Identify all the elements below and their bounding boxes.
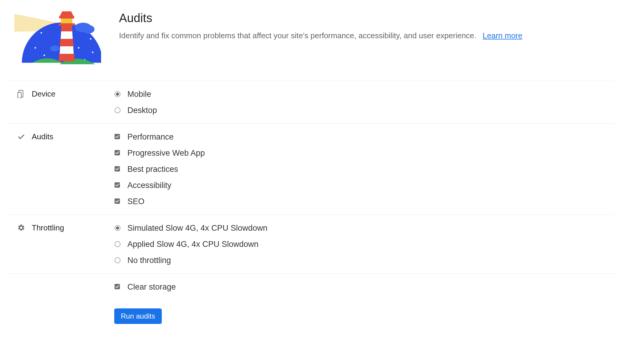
audit-option-label: Progressive Web App — [127, 149, 205, 157]
clear-storage-section: Clear storage Run audits — [8, 273, 614, 331]
svg-rect-16 — [59, 16, 74, 19]
radio-unselected-icon — [114, 257, 121, 264]
clear-storage-label: Clear storage — [127, 283, 176, 291]
svg-rect-15 — [61, 18, 72, 24]
svg-rect-33 — [115, 284, 120, 289]
svg-point-2 — [35, 47, 36, 49]
svg-point-32 — [115, 258, 120, 263]
run-audits-button[interactable]: Run audits — [114, 308, 162, 324]
throttling-option-label: Simulated Slow 4G, 4x CPU Slowdown — [127, 224, 267, 232]
svg-point-4 — [78, 47, 80, 49]
svg-point-23 — [115, 108, 120, 113]
device-option-mobile[interactable]: Mobile — [114, 88, 614, 100]
radio-unselected-icon — [114, 241, 121, 247]
svg-rect-20 — [18, 92, 21, 98]
audit-option-label: Performance — [127, 133, 174, 141]
audit-option-pwa[interactable]: Progressive Web App — [114, 147, 614, 159]
throttling-options: Simulated Slow 4G, 4x CPU Slowdown Appli… — [114, 222, 614, 266]
checkbox-checked-icon — [114, 182, 121, 189]
throttling-option-simulated[interactable]: Simulated Slow 4G, 4x CPU Slowdown — [114, 222, 614, 234]
audit-option-bestpractices[interactable]: Best practices — [114, 163, 614, 175]
radio-unselected-icon — [114, 107, 121, 114]
svg-point-30 — [116, 227, 119, 230]
audits-panel: Audits Identify and fix common problems … — [0, 0, 622, 343]
device-section-label: Device — [8, 88, 114, 116]
audit-option-accessibility[interactable]: Accessibility — [114, 179, 614, 191]
checkbox-checked-icon — [114, 134, 121, 140]
svg-rect-26 — [115, 166, 120, 172]
lighthouse-icon — [14, 6, 101, 66]
device-section: Device Mobile Desktop — [8, 81, 614, 123]
svg-rect-24 — [115, 134, 120, 139]
check-icon — [17, 132, 26, 141]
svg-point-1 — [41, 32, 42, 34]
svg-point-5 — [90, 38, 92, 40]
svg-point-3 — [44, 55, 45, 56]
audit-option-seo[interactable]: SEO — [114, 195, 614, 207]
page-subtitle-text: Identify and fix common problems that af… — [119, 31, 476, 40]
learn-more-link[interactable]: Learn more — [483, 31, 522, 40]
device-label-text: Device — [32, 89, 55, 99]
radio-selected-icon — [114, 225, 121, 231]
svg-point-22 — [116, 93, 119, 96]
throttling-option-applied[interactable]: Applied Slow 4G, 4x CPU Slowdown — [114, 238, 614, 250]
svg-marker-13 — [60, 39, 74, 46]
device-option-label: Mobile — [127, 90, 151, 98]
throttling-label-text: Throttling — [32, 223, 64, 233]
throttling-option-none[interactable]: No throttling — [114, 254, 614, 266]
svg-rect-17 — [59, 23, 75, 26]
audit-option-performance[interactable]: Performance — [114, 131, 614, 143]
clear-storage-option[interactable]: Clear storage — [114, 281, 614, 293]
panel-header: Audits Identify and fix common problems … — [4, 6, 618, 66]
audit-option-label: SEO — [127, 198, 144, 206]
svg-marker-18 — [60, 11, 74, 16]
radio-selected-icon — [114, 91, 121, 97]
svg-point-6 — [92, 52, 94, 53]
page-subtitle: Identify and fix common problems that af… — [119, 30, 583, 41]
svg-marker-14 — [59, 54, 75, 61]
checkbox-checked-icon — [114, 150, 121, 156]
checkbox-checked-icon — [114, 166, 121, 172]
throttling-section: Throttling Simulated Slow 4G, 4x CPU Slo… — [8, 215, 614, 273]
device-icon — [17, 89, 26, 98]
audits-section-label: Audits — [8, 131, 114, 207]
device-option-desktop[interactable]: Desktop — [114, 104, 614, 116]
audits-options: Performance Progressive Web App Best pra… — [114, 131, 614, 207]
audits-section: Audits Performance Progressive Web App — [8, 123, 614, 215]
page-title: Audits — [119, 11, 583, 25]
audit-option-label: Accessibility — [127, 181, 171, 189]
audit-option-label: Best practices — [127, 165, 178, 173]
checkbox-checked-icon — [114, 198, 121, 205]
checkbox-checked-icon — [114, 284, 121, 290]
throttling-section-label: Throttling — [8, 222, 114, 266]
action-col: Clear storage Run audits — [114, 281, 614, 324]
device-options: Mobile Desktop — [114, 88, 614, 116]
audits-label-text: Audits — [32, 132, 53, 141]
svg-point-31 — [115, 241, 120, 247]
settings-card: Device Mobile Desktop — [4, 81, 618, 331]
device-option-label: Desktop — [127, 106, 157, 114]
svg-rect-28 — [115, 198, 120, 204]
header-text: Audits Identify and fix common problems … — [119, 6, 583, 41]
throttling-option-label: No throttling — [127, 256, 171, 264]
gear-icon — [17, 223, 26, 232]
svg-point-10 — [50, 45, 60, 51]
throttling-option-label: Applied Slow 4G, 4x CPU Slowdown — [127, 240, 258, 248]
svg-rect-25 — [115, 150, 120, 155]
svg-rect-27 — [115, 182, 120, 188]
svg-point-9 — [83, 25, 94, 33]
